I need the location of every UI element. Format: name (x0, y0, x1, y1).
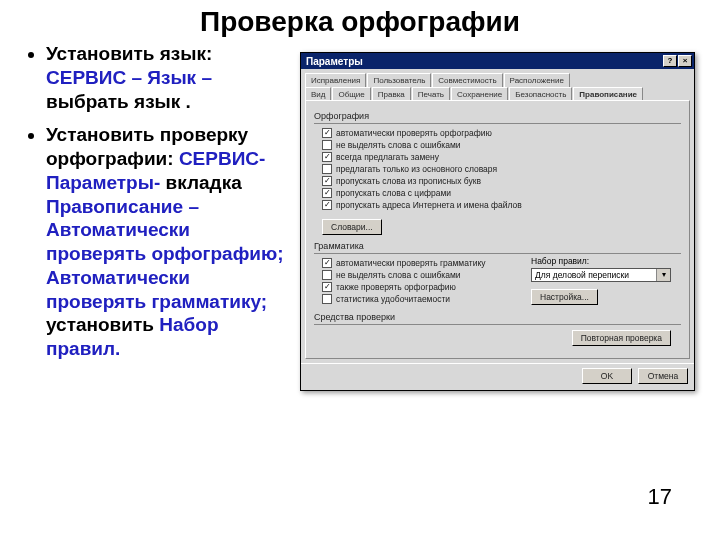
tab-sovmestimost[interactable]: Совместимость (432, 73, 502, 87)
options-dialog: Параметры ? × Исправления Пользователь С… (300, 52, 695, 391)
titlebar: Параметры ? × (301, 53, 694, 69)
chk-skip-with-numbers[interactable]: пропускать слова с цифрами (314, 188, 681, 200)
checkbox-icon (322, 294, 332, 304)
dialog-buttons: OK Отмена (301, 363, 694, 390)
chk-always-suggest[interactable]: всегда предлагать замену (314, 152, 681, 164)
bullet-2: Установить проверку орфографии: СЕРВИС-П… (46, 123, 294, 361)
chk-label: пропускать адреса Интернета и имена файл… (336, 200, 522, 210)
bullet-1-blue: СЕРВИС – Язык – (46, 67, 212, 88)
checkbox-icon (322, 270, 332, 280)
tab-raspolozhenie[interactable]: Расположение (504, 73, 570, 87)
chk-hide-spell-errors[interactable]: не выделять слова с ошибками (314, 140, 681, 152)
ruleset-value: Для деловой переписки (532, 269, 656, 281)
tab-pravka[interactable]: Правка (372, 87, 411, 101)
orthography-group: автоматически проверять орфографию не вы… (314, 123, 681, 235)
cancel-button[interactable]: Отмена (638, 368, 688, 384)
tab-ispravleniya[interactable]: Исправления (305, 73, 366, 87)
tab-pechat[interactable]: Печать (412, 87, 450, 101)
checkbox-icon (322, 188, 332, 198)
chk-label: автоматически проверять орфографию (336, 128, 492, 138)
page-number: 17 (648, 484, 672, 510)
chk-label: автоматически проверять грамматику (336, 258, 485, 268)
chk-label: всегда предлагать замену (336, 152, 439, 162)
dictionaries-button[interactable]: Словари... (322, 219, 382, 235)
checkbox-icon (322, 164, 332, 174)
checkbox-icon (322, 176, 332, 186)
recheck-button[interactable]: Повторная проверка (572, 330, 671, 346)
bullet-1-tail: выбрать язык . (46, 91, 191, 112)
checkbox-icon (322, 128, 332, 138)
help-icon[interactable]: ? (663, 55, 677, 67)
close-icon[interactable]: × (678, 55, 692, 67)
tab-sokhranenie[interactable]: Сохранение (451, 87, 508, 101)
tab-panel: Орфография автоматически проверять орфог… (305, 100, 690, 359)
tab-vid[interactable]: Вид (305, 87, 331, 101)
chk-label: также проверять орфографию (336, 282, 456, 292)
bullet-2-blue2: Правописание – Автоматически проверять о… (46, 196, 284, 312)
bullet-1-lead: Установить язык: (46, 43, 212, 64)
ok-button[interactable]: OK (582, 368, 632, 384)
chk-auto-spell[interactable]: автоматически проверять орфографию (314, 128, 681, 140)
checkbox-icon (322, 282, 332, 292)
chk-label: пропускать слова с цифрами (336, 188, 451, 198)
grammar-group-label: Грамматика (314, 241, 681, 251)
chk-label: не выделять слова с ошибками (336, 270, 461, 280)
settings-button[interactable]: Настройка... (531, 289, 598, 305)
tab-bezopasnost[interactable]: Безопасность (509, 87, 572, 101)
chk-label: статистика удобочитаемости (336, 294, 450, 304)
bullet-2-black2: установить (46, 314, 159, 335)
dialog-caption: Параметры (303, 56, 663, 67)
tools-group: Повторная проверка (314, 324, 681, 344)
bullet-list: Установить язык: СЕРВИС – Язык –выбрать … (0, 42, 300, 371)
chk-label: пропускать слова из прописных букв (336, 176, 481, 186)
chk-label: не выделять слова с ошибками (336, 140, 461, 150)
orthography-group-label: Орфография (314, 111, 681, 121)
chk-skip-urls[interactable]: пропускать адреса Интернета и имена файл… (314, 200, 681, 212)
checkbox-icon (322, 258, 332, 268)
grammar-group: автоматически проверять грамматику не вы… (314, 253, 681, 306)
tools-group-label: Средства проверки (314, 312, 681, 322)
bullet-2-black1: вкладка (166, 172, 242, 193)
tab-polzovatel[interactable]: Пользователь (367, 73, 431, 87)
tab-strip: Исправления Пользователь Совместимость Р… (301, 69, 694, 100)
ruleset-label: Набор правил: (531, 256, 671, 266)
bullet-1: Установить язык: СЕРВИС – Язык –выбрать … (46, 42, 294, 113)
chk-label: предлагать только из основного словаря (336, 164, 497, 174)
slide-title: Проверка орфографии (0, 6, 720, 38)
chk-main-dict-only[interactable]: предлагать только из основного словаря (314, 164, 681, 176)
checkbox-icon (322, 200, 332, 210)
chevron-down-icon[interactable]: ▾ (656, 269, 670, 281)
chk-skip-uppercase[interactable]: пропускать слова из прописных букв (314, 176, 681, 188)
checkbox-icon (322, 152, 332, 162)
tab-obshie[interactable]: Общие (332, 87, 370, 101)
checkbox-icon (322, 140, 332, 150)
tab-pravopisanie[interactable]: Правописание (573, 87, 643, 101)
ruleset-combo[interactable]: Для деловой переписки ▾ (531, 268, 671, 282)
